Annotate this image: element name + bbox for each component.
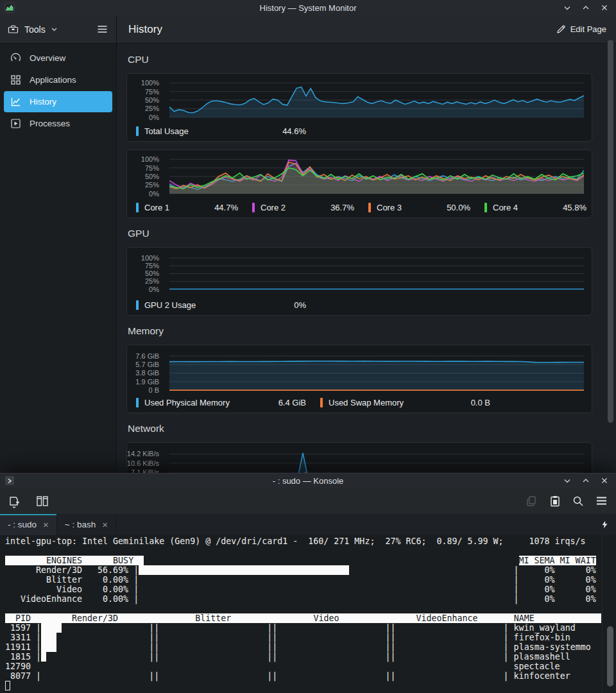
- terminal-text: [144, 556, 518, 565]
- page-title: History: [128, 23, 162, 36]
- terminal-text: | firefox-bin: [504, 633, 570, 642]
- maximize-icon[interactable]: [582, 477, 590, 484]
- section-title: GPU: [128, 228, 592, 239]
- terminal-line: Video 0.00% | | 0% 0%: [5, 585, 616, 594]
- edit-page-button[interactable]: Edit Page: [556, 24, 616, 34]
- terminal-text: [139, 585, 513, 594]
- terminal-line: [5, 604, 616, 613]
- terminal-text: [5, 681, 10, 690]
- terminal-text: [46, 652, 149, 662]
- legend-label: Core 2: [261, 203, 286, 212]
- toolbox-icon: [8, 24, 19, 35]
- legend-value: 6.4 GiB: [278, 398, 306, 407]
- minimize-icon[interactable]: [563, 477, 571, 484]
- section-cpu: CPU100%75%50%25%0%Total Usage44.6%100%75…: [126, 54, 592, 218]
- new-tab-button[interactable]: [8, 493, 23, 509]
- terminal[interactable]: intel-gpu-top: Intel Geminilake (Gen9) @…: [0, 535, 616, 693]
- sm-titlebar[interactable]: History — System Monitor: [0, 0, 616, 15]
- legend-entry: Used Physical Memory6.4 GiB: [136, 398, 306, 407]
- terminal-text: ||: [385, 642, 395, 652]
- terminal-text: [395, 671, 503, 681]
- terminal-text: ||: [267, 642, 277, 652]
- terminal-text: [139, 594, 513, 604]
- y-tick-label: 14.2 KiB/s: [127, 450, 159, 458]
- tab-close-icon[interactable]: ×: [43, 520, 49, 529]
- menu-hamburger-icon[interactable]: [595, 494, 608, 508]
- close-icon[interactable]: [601, 4, 608, 12]
- legend-marker: [320, 398, 323, 407]
- terminal-text: [159, 642, 267, 652]
- sidebar-item-processes[interactable]: Processes: [4, 113, 112, 134]
- sidebar-item-history[interactable]: History: [4, 91, 112, 112]
- y-tick-label: 3.8 GiB: [135, 369, 159, 377]
- konsole-window: - : sudo — Konsole: [0, 473, 616, 693]
- terminal-text: ||: [385, 623, 395, 633]
- tab-bash[interactable]: ~ : bash ×: [57, 514, 116, 535]
- tools-menu-button[interactable]: Tools: [8, 24, 58, 35]
- terminal-text: ENGINES BUSY: [5, 556, 144, 565]
- plot-canvas: [169, 352, 584, 391]
- legend-value: 45.8%: [563, 203, 586, 212]
- terminal-text: ||: [267, 671, 277, 681]
- legend-label: Core 3: [377, 203, 402, 212]
- chevron-down-icon: [51, 26, 58, 33]
- minimize-icon[interactable]: [563, 4, 571, 12]
- sidebar-item-applications[interactable]: Applications: [4, 69, 112, 90]
- sm-scrollbar-handle[interactable]: [608, 40, 613, 423]
- tab-close-icon[interactable]: ×: [102, 520, 108, 529]
- sm-window-title: History — System Monitor: [0, 3, 616, 13]
- chart-plot-area: 100%75%50%25%0%: [132, 157, 586, 196]
- terminal-text: [159, 623, 267, 633]
- split-view-button[interactable]: [35, 493, 49, 509]
- chart-legend: Used Physical Memory6.4 GiBUsed Swap Mem…: [132, 398, 586, 407]
- y-tick-label: 50%: [145, 96, 159, 104]
- y-tick-label: 25%: [145, 181, 159, 189]
- legend-value: 44.6%: [282, 126, 306, 136]
- usage-bar: [41, 652, 46, 662]
- terminal-line: Blitter 0.00% | | 0% 0%: [5, 575, 616, 585]
- section-title: Network: [128, 423, 592, 434]
- terminal-line: VideoEnhance 0.00% | | 0% 0%: [5, 594, 616, 604]
- y-axis-ticks: 7.6 GiB5.7 GiB3.8 GiB1.9 GiB0 B: [132, 352, 164, 391]
- terminal-text: | 0% 0%: [514, 565, 596, 575]
- lightning-bolt-icon[interactable]: [601, 514, 616, 535]
- terminal-text: [159, 652, 267, 662]
- terminal-text: ||: [385, 652, 395, 662]
- close-icon[interactable]: [601, 477, 608, 484]
- chart-plot-area: 100%75%50%25%0%: [132, 254, 586, 294]
- legend-marker: [136, 398, 139, 407]
- chart-legend: Total Usage44.6%: [132, 126, 586, 136]
- legend-entry: Core 445.8%: [484, 203, 586, 212]
- y-tick-label: 0%: [149, 190, 159, 198]
- sidebar-item-overview[interactable]: Overview: [4, 47, 112, 69]
- legend-value: 0%: [294, 300, 306, 310]
- maximize-icon[interactable]: [582, 4, 590, 12]
- terminal-text: ||: [267, 633, 277, 642]
- gauge-icon: [10, 53, 21, 64]
- sidebar-hamburger-icon[interactable]: [96, 23, 108, 35]
- paste-icon[interactable]: [549, 495, 561, 508]
- terminal-text: 8077 |: [5, 671, 41, 681]
- terminal-text: ||: [385, 633, 395, 642]
- terminal-text: ||: [149, 652, 159, 662]
- y-tick-label: 50%: [145, 173, 159, 180]
- legend-label: Core 4: [493, 203, 518, 212]
- y-axis-ticks: 100%75%50%25%0%: [132, 254, 164, 294]
- terminal-scrollbar-handle[interactable]: [607, 626, 613, 687]
- search-icon[interactable]: [572, 495, 585, 508]
- y-tick-label: 50%: [145, 270, 159, 277]
- y-axis-ticks: 100%75%50%25%0%: [132, 80, 164, 120]
- terminal-text: | plasma-systemmo: [504, 642, 591, 652]
- terminal-text: [277, 642, 385, 652]
- tab-sudo[interactable]: - : sudo ×: [0, 514, 57, 535]
- konsole-titlebar[interactable]: - : sudo — Konsole: [0, 474, 616, 488]
- terminal-text: [395, 652, 503, 662]
- terminal-text: PID: [5, 613, 31, 623]
- tab-label: - : sudo: [8, 520, 37, 529]
- terminal-text: VideoEnhance: [416, 613, 478, 623]
- terminal-text: [118, 613, 195, 623]
- y-tick-label: 0%: [149, 286, 159, 293]
- terminal-line: [5, 546, 616, 556]
- terminal-text: 1815 |: [5, 652, 41, 662]
- copy-icon[interactable]: [526, 495, 538, 508]
